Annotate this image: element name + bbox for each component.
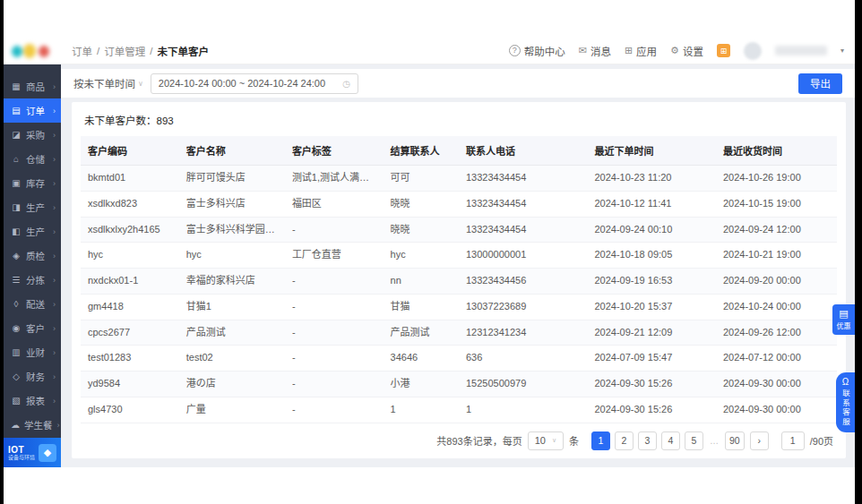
chevron-right-icon: › <box>57 421 60 430</box>
coupon-float-button[interactable]: ▤ 优惠 <box>832 304 855 335</box>
page-button-2[interactable]: 2 <box>615 431 634 450</box>
sidebar-item-customers[interactable]: ◉客户› <box>4 316 61 340</box>
sidebar-item-warehouse[interactable]: ⌂仓储› <box>4 147 61 171</box>
apps-button[interactable]: ⊞应用 <box>625 44 657 58</box>
sidebar-item-inventory[interactable]: ▣库存› <box>4 171 61 195</box>
warehouse-icon: ⌂ <box>11 155 22 164</box>
table-cell: 2024-09-30 00:00 <box>716 397 837 423</box>
main-content: 按未下单时间 ∨ 2024-10-24 00:00 ~ 2024-10-24 2… <box>61 64 855 467</box>
sidebar-item-quality[interactable]: ◈质检› <box>4 243 61 268</box>
table-cell: 13323434454 <box>459 217 587 243</box>
page-total-suffix: /90页 <box>810 433 833 448</box>
pagination: 共893条记录，每页 10 ∨ 条 12345…90 › /90页 <box>81 423 837 458</box>
iot-badge[interactable]: IOT 设备与环境 ◆ <box>4 438 61 467</box>
app-logo[interactable] <box>4 43 61 59</box>
app-window: 订单/订单管理/未下单客户 ?帮助中心✉消息⊞应用⚙设置⊞▾ ▦商品›▤订单›◪… <box>4 0 855 504</box>
table-cell: 晓晓 <box>384 191 459 217</box>
table-cell: - <box>285 346 384 372</box>
top-header: 订单/订单管理/未下单客户 ?帮助中心✉消息⊞应用⚙设置⊞▾ <box>4 38 855 64</box>
table-cell: hyc <box>384 243 459 269</box>
messages-button[interactable]: ✉消息 <box>579 44 611 58</box>
sidebar-item-label: 商品 <box>26 80 45 93</box>
export-button[interactable]: 导出 <box>798 73 842 94</box>
settings-button[interactable]: ⚙设置 <box>670 44 703 58</box>
table-cell: 2024-10-20 15:37 <box>587 294 715 320</box>
sidebar-item-production-2[interactable]: ◧生产› <box>4 219 61 243</box>
screen: 订单/订单管理/未下单客户 ?帮助中心✉消息⊞应用⚙设置⊞▾ ▦商品›▤订单›◪… <box>0 0 862 504</box>
page-size-select[interactable]: 10 ∨ <box>528 431 564 450</box>
sidebar-item-sorting[interactable]: ☰分拣› <box>4 268 61 292</box>
page-button-4[interactable]: 4 <box>661 431 680 450</box>
table-cell: 富士多科兴科学园2号1... <box>179 217 285 243</box>
sidebar-item-label: 采购 <box>26 128 45 141</box>
table-cell: xsdlkxlxy2h4165 <box>81 217 179 243</box>
help-center-button[interactable]: ?帮助中心 <box>509 44 565 58</box>
table-cell: 2024-10-24 00:00 <box>716 294 837 320</box>
sidebar-item-goods[interactable]: ▦商品› <box>4 74 61 98</box>
chevron-right-icon: › <box>53 131 56 140</box>
sidebar-item-purchase[interactable]: ◪采购› <box>4 123 61 147</box>
breadcrumb-item[interactable]: 订单 <box>72 44 92 58</box>
table-cell: gls4730 <box>81 397 179 423</box>
business-finance-icon: ▥ <box>11 348 22 357</box>
sidebar-item-label: 仓储 <box>26 152 45 166</box>
chevron-down-icon[interactable]: ▾ <box>840 47 844 55</box>
no-order-customer-count: 未下单客户数：893 <box>84 113 837 127</box>
breadcrumb-item: 未下单客户 <box>157 44 209 58</box>
column-header: 客户名称 <box>179 136 285 166</box>
header-actions: ?帮助中心✉消息⊞应用⚙设置⊞▾ <box>509 42 855 60</box>
filter-time-dropdown[interactable]: 按未下单时间 ∨ <box>73 76 143 90</box>
table-cell: 测试1,测试人满测试A... <box>285 166 384 192</box>
table-cell: 636 <box>459 346 587 372</box>
sidebar-item-production-1[interactable]: ◨生产› <box>4 195 61 219</box>
table-cell: nxdckx01-1 <box>81 269 179 295</box>
next-page-button[interactable]: › <box>750 431 769 450</box>
sidebar-item-orders[interactable]: ▤订单› <box>4 98 61 123</box>
column-header: 客户编码 <box>81 136 179 166</box>
sidebar-item-finance[interactable]: ◇财务› <box>4 364 61 389</box>
page-button-1[interactable]: 1 <box>591 431 610 450</box>
page-button-5[interactable]: 5 <box>685 431 703 450</box>
table-cell: 港の店 <box>179 372 285 397</box>
customers-icon: ◉ <box>11 324 22 333</box>
sidebar-item-reports[interactable]: ▧报表› <box>4 389 61 413</box>
table-cell: 幸福的家科兴店 <box>179 269 285 295</box>
sidebar-item-delivery[interactable]: ◊配送› <box>4 292 61 316</box>
coupon-stack-icon: ▤ <box>839 309 848 319</box>
table-cell: 13037223689 <box>459 294 587 320</box>
table-cell: 2024-10-12 11:41 <box>587 191 715 217</box>
table-row: nxdckx01-1幸福的家科兴店-nn133234344562024-09-1… <box>81 269 837 295</box>
sidebar-item-label: 生产 <box>26 201 45 214</box>
user-avatar[interactable] <box>744 42 762 60</box>
table-cell: 2024-09-24 00:10 <box>587 217 715 243</box>
orange-app-icon[interactable]: ⊞ <box>717 44 730 57</box>
apps-icon: ⊞ <box>625 46 633 56</box>
breadcrumb-item[interactable]: 订单管理 <box>104 44 145 58</box>
chevron-right-icon: › <box>53 155 56 164</box>
table-cell: test01283 <box>81 346 179 372</box>
chevron-down-icon: ∨ <box>138 80 143 88</box>
table-cell: - <box>285 397 384 423</box>
table-cell: 2024-09-20 00:00 <box>716 269 837 295</box>
breadcrumb-separator: / <box>150 46 152 56</box>
breadcrumb: 订单/订单管理/未下单客户 <box>72 44 209 58</box>
logo-blur-image <box>12 43 53 59</box>
table-cell: 2024-10-21 19:00 <box>716 243 837 269</box>
page-button-3[interactable]: 3 <box>638 431 657 450</box>
table-row: gls4730广量-112024-09-30 15:262024-09-30 0… <box>81 397 837 423</box>
page-jump-input[interactable] <box>781 431 805 450</box>
chevron-right-icon: › <box>53 324 56 333</box>
table-cell: 2024-07-09 15:47 <box>587 346 715 372</box>
sidebar-item-business-finance[interactable]: ▥业财› <box>4 340 61 364</box>
chevron-right-icon: › <box>53 82 56 91</box>
date-range-input[interactable]: 2024-10-24 00:00 ~ 2024-10-24 24:00 ◷ <box>151 73 358 94</box>
finance-icon: ◇ <box>11 372 22 381</box>
messages-icon: ✉ <box>579 46 587 56</box>
table-cell: 2024-09-24 12:00 <box>716 217 837 243</box>
table-cell: 胖可可馒头店 <box>179 166 285 192</box>
customer-service-float-button[interactable]: Ω 联系客服 <box>836 372 855 432</box>
sidebar-item-student-meals[interactable]: ☁学生餐› <box>4 413 61 437</box>
total-records-text: 共893条记录，每页 <box>436 433 522 448</box>
screen-edge-right <box>855 0 862 504</box>
page-button-90[interactable]: 90 <box>725 431 745 450</box>
